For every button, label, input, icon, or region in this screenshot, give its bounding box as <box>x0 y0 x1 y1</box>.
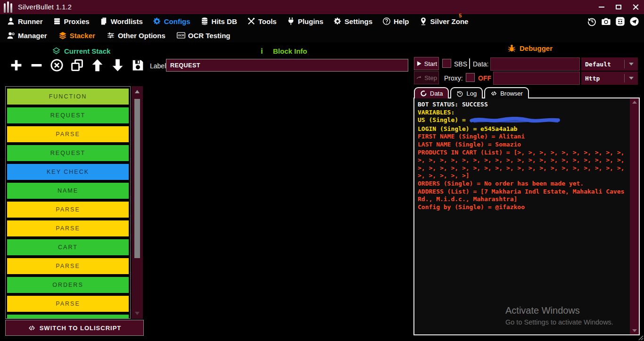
debug-line-text: LAST NAME (Single) = Somazio <box>418 141 521 148</box>
block-label-input[interactable] <box>166 59 408 72</box>
tab-browser[interactable]: Browser <box>484 87 529 98</box>
debug-scrollbar[interactable] <box>630 98 639 334</box>
maximize-button[interactable] <box>610 0 627 14</box>
start-label: Start <box>424 60 437 67</box>
step-button[interactable]: Step <box>414 71 439 84</box>
stack-block-request[interactable]: REQUEST <box>7 107 129 123</box>
proxy-checkbox[interactable] <box>466 73 475 82</box>
code-icon <box>28 324 36 332</box>
proxy-input[interactable] <box>493 72 580 85</box>
proxy-type-dropdown[interactable]: Http <box>581 72 638 85</box>
move-up-button[interactable] <box>90 57 105 73</box>
stack-block-orders[interactable]: ORDERS <box>7 277 129 293</box>
block-label: NAME <box>58 187 78 194</box>
switch-to-loliscript-button[interactable]: SWITCH TO LOLISCRIPT <box>5 320 144 336</box>
stack-scrollbar[interactable] <box>132 86 143 319</box>
debug-line: US (Single) = <box>418 116 629 125</box>
debug-line: LAST NAME (Single) = Somazio <box>418 141 629 149</box>
debug-line-text: FIRST NAME (Single) = Alitani <box>418 133 525 140</box>
remove-block-button[interactable] <box>29 57 44 73</box>
wordlist-type-dropdown[interactable]: Default <box>581 57 638 71</box>
menu-item-runner[interactable]: Runner <box>7 17 43 25</box>
debug-output-panel[interactable]: BOT STATUS: SUCCESSVARIABLES:US (Single)… <box>413 97 640 335</box>
debug-data-input[interactable] <box>490 57 580 71</box>
stack-block-key-check[interactable]: KEY CHECK <box>7 164 129 180</box>
start-button[interactable]: Start <box>414 57 439 70</box>
menu-item-stacker[interactable]: Stacker <box>58 31 95 40</box>
menu-item-proxies[interactable]: Proxies <box>53 17 90 25</box>
history-icon[interactable] <box>587 16 597 26</box>
debug-line: VARIABLES: <box>418 109 629 117</box>
titlebar: SilverBullet 1.1.2 <box>0 0 644 14</box>
silverbullet-logo-icon <box>4 1 12 13</box>
menubar-right-icons <box>587 16 639 26</box>
menu-item-label: Manager <box>18 32 47 40</box>
menu-item-plugins[interactable]: Plugins <box>287 17 323 25</box>
other-options-icon <box>107 31 115 40</box>
stack-block-parse[interactable]: PARSE <box>7 296 129 312</box>
data-caption: Data: <box>473 60 488 68</box>
debugger-header: Debugger <box>507 44 553 53</box>
debug-line: ADDRESS (List) = [7 Makharia Indl Estate… <box>418 188 629 203</box>
block-label: FUNCTION <box>49 93 87 100</box>
stack-block-parse[interactable]: PARSE <box>7 258 129 274</box>
tab-log[interactable]: Log <box>450 87 483 98</box>
minus-icon <box>30 58 43 72</box>
clear-stack-button[interactable] <box>49 57 64 73</box>
scroll-up-icon[interactable] <box>632 101 637 104</box>
silverbullet-window: SilverBullet 1.1.2 RunnerProxiesWordlist… <box>0 0 644 341</box>
menu-item-tools[interactable]: Tools <box>247 17 277 25</box>
runner-icon <box>7 17 15 25</box>
stack-block-cart[interactable]: CART <box>7 239 129 255</box>
menu-item-silver-zone[interactable]: Silver Zone5 <box>419 17 469 25</box>
menu-item-label: Other Options <box>118 32 165 40</box>
stack-block-name[interactable]: NAME <box>7 183 129 199</box>
scroll-down-icon[interactable] <box>632 329 637 332</box>
arrow-down-icon <box>111 58 124 72</box>
tab-data[interactable]: Data <box>414 87 449 98</box>
debug-line: FIRST NAME (Single) = Alitani <box>418 133 629 141</box>
menu-item-settings[interactable]: Settings <box>333 17 372 25</box>
clone-block-button[interactable] <box>69 57 84 73</box>
block-label: PARSE <box>56 263 80 269</box>
scroll-down-icon[interactable] <box>135 312 140 315</box>
stack-block-request[interactable]: REQUEST <box>7 145 129 161</box>
menu-item-other-options[interactable]: Other Options <box>107 31 165 40</box>
stack-block-parse[interactable]: PARSE <box>7 202 129 218</box>
switch-button-label: SWITCH TO LOLISCRIPT <box>40 325 122 332</box>
move-down-button[interactable] <box>110 57 125 73</box>
menu-item-wordlists[interactable]: Wordlists <box>99 17 143 25</box>
stack-toolbar <box>8 57 145 73</box>
help-icon <box>382 17 391 25</box>
menu-item-label: Wordlists <box>111 17 143 25</box>
discord-icon[interactable] <box>615 16 625 26</box>
stack-block-parse[interactable]: PARSE <box>7 126 129 142</box>
menu-item-configs[interactable]: Configs <box>153 17 190 25</box>
scrollbar-thumb[interactable] <box>134 99 140 258</box>
debug-tabs: DataLogBrowser <box>414 87 529 98</box>
stack-block-function[interactable]: FUNCTION <box>7 89 129 105</box>
menu-item-ocr-testing[interactable]: OCROCR Testing <box>177 31 231 40</box>
step-arrow-icon <box>416 74 422 81</box>
close-button[interactable] <box>627 0 644 14</box>
menu-item-manager[interactable]: Manager <box>7 31 47 40</box>
stack-block-parse[interactable]: PARSE <box>7 220 129 236</box>
block-stack-list: FUNCTIONREQUESTPARSEREQUESTKEY CHECKNAME… <box>5 86 131 319</box>
ocr-icon: OCR <box>177 31 185 40</box>
silver-zone-icon <box>419 17 428 25</box>
sbs-checkbox[interactable] <box>442 59 451 68</box>
add-block-button[interactable] <box>8 57 24 73</box>
config-submenu: ManagerStackerOther OptionsOCROCR Testin… <box>0 28 644 42</box>
stack-layers-icon <box>52 47 61 56</box>
minimize-button[interactable] <box>593 0 610 14</box>
menu-item-help[interactable]: Help <box>382 17 409 25</box>
camera-icon[interactable] <box>601 16 611 26</box>
menu-item-hits-db[interactable]: Hits DB <box>200 17 237 25</box>
save-config-button[interactable] <box>130 57 145 73</box>
menu-item-label: OCR Testing <box>188 32 231 40</box>
scroll-up-icon[interactable] <box>135 90 140 93</box>
telegram-icon[interactable] <box>629 16 639 26</box>
settings-icon <box>333 17 342 25</box>
stack-block-partial[interactable] <box>7 315 129 319</box>
tab-label: Log <box>466 90 477 97</box>
